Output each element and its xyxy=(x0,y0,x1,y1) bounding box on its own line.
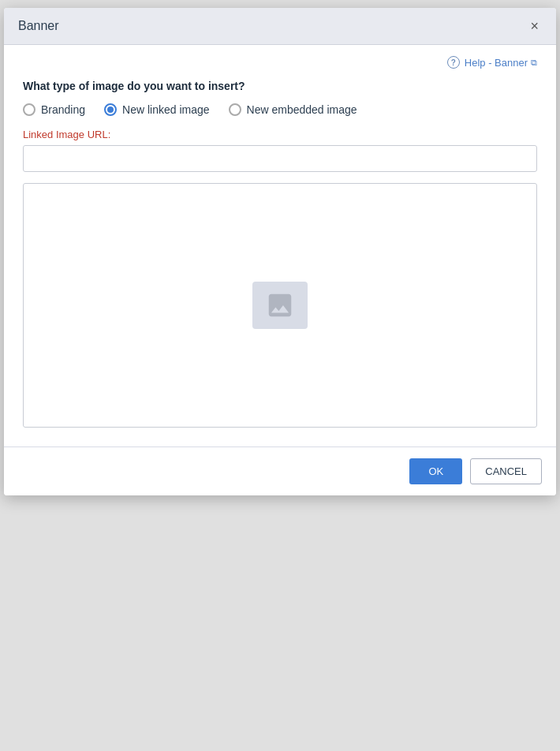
help-link[interactable]: Help - Banner ⧉ xyxy=(465,57,537,69)
dialog-overlay: Banner × ? Help - Banner ⧉ What type of … xyxy=(0,0,560,751)
image-placeholder-icon xyxy=(265,290,295,320)
image-type-radio-group: Branding New linked image New embedded i… xyxy=(23,103,537,116)
ok-button[interactable]: OK xyxy=(409,458,462,484)
external-link-icon: ⧉ xyxy=(531,58,537,68)
radio-linked-input[interactable] xyxy=(104,103,117,116)
cancel-button[interactable]: CANCEL xyxy=(470,458,542,484)
url-label: Linked Image URL: xyxy=(23,129,537,140)
radio-embedded[interactable]: New embedded image xyxy=(229,103,357,116)
image-placeholder xyxy=(252,282,308,329)
radio-linked[interactable]: New linked image xyxy=(104,103,210,116)
radio-embedded-label: New embedded image xyxy=(247,103,357,116)
radio-branding-label: Branding xyxy=(41,103,85,116)
radio-branding[interactable]: Branding xyxy=(23,103,85,116)
close-button[interactable]: × xyxy=(527,17,542,35)
image-preview-area xyxy=(23,183,537,428)
dialog-footer: OK CANCEL xyxy=(4,446,556,495)
dialog-header: Banner × xyxy=(4,8,556,45)
question-label: What type of image do you want to insert… xyxy=(23,80,537,92)
radio-linked-label: New linked image xyxy=(122,103,210,116)
help-link-text: Help - Banner xyxy=(465,57,528,69)
radio-branding-input[interactable] xyxy=(23,103,35,116)
banner-dialog: Banner × ? Help - Banner ⧉ What type of … xyxy=(4,8,556,495)
radio-embedded-input[interactable] xyxy=(229,103,241,116)
help-row: ? Help - Banner ⧉ xyxy=(23,56,537,69)
url-input[interactable] xyxy=(23,145,537,172)
dialog-body: ? Help - Banner ⧉ What type of image do … xyxy=(4,45,556,446)
dialog-title: Banner xyxy=(18,19,59,33)
help-icon: ? xyxy=(447,56,460,69)
